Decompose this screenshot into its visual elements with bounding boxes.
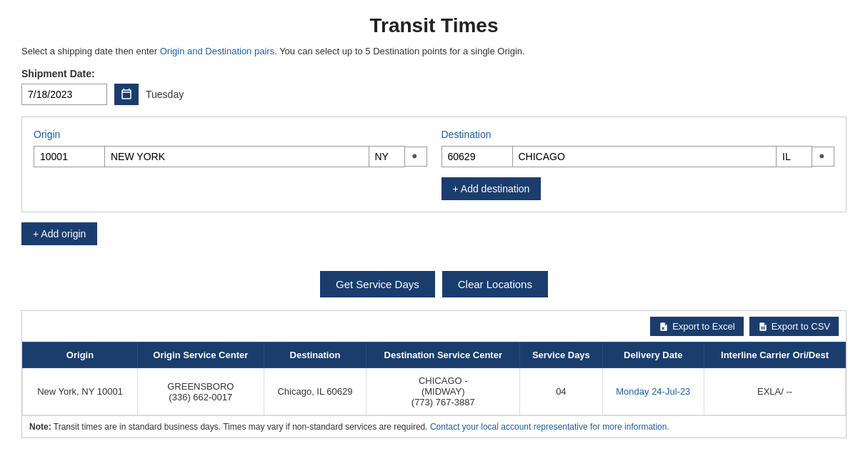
- table-row: New York, NY 10001GREENSBORO(336) 662-00…: [23, 368, 846, 415]
- add-destination-button[interactable]: + Add destination: [442, 177, 542, 200]
- col-interline: Interline Carrier Ori/Dest: [704, 342, 846, 368]
- clear-locations-button[interactable]: Clear Locations: [442, 271, 548, 297]
- calendar-button[interactable]: [114, 84, 139, 105]
- search-icon: [411, 152, 421, 162]
- origin-state-input[interactable]: [369, 146, 405, 167]
- note-link[interactable]: Contact your local account representativ…: [430, 422, 669, 432]
- cell-destination: Chicago, IL 60629: [264, 368, 366, 415]
- origin-city-input[interactable]: [105, 146, 369, 167]
- cell-dest-sc: CHICAGO -(MIDWAY)(773) 767-3887: [366, 368, 520, 415]
- results-table: Origin Origin Service Center Destination…: [22, 342, 846, 415]
- col-delivery-date: Delivery Date: [602, 342, 704, 368]
- origin-section: Origin: [34, 129, 427, 167]
- shipment-date-input[interactable]: [21, 84, 107, 105]
- origin-dest-box: Origin Destination: [21, 117, 847, 212]
- col-origin: Origin: [23, 342, 138, 368]
- note: Note: Transit times are in standard busi…: [22, 415, 846, 438]
- csv-icon: [758, 322, 768, 332]
- col-origin-service-center: Origin Service Center: [138, 342, 264, 368]
- export-excel-button[interactable]: Export to Excel: [650, 317, 743, 336]
- search-icon: [818, 152, 828, 162]
- day-of-week: Tuesday: [146, 89, 184, 100]
- shipment-date-label: Shipment Date:: [21, 68, 847, 79]
- add-origin-button[interactable]: + Add origin: [21, 222, 97, 245]
- excel-icon: [659, 322, 669, 332]
- destination-state-input[interactable]: [777, 146, 812, 167]
- cell-origin-sc: GREENSBORO(336) 662-0017: [138, 368, 264, 415]
- cell-origin: New York, NY 10001: [23, 368, 138, 415]
- cell-interline: EXLA/ --: [704, 368, 846, 415]
- cell-delivery-date: Monday 24-Jul-23: [602, 368, 704, 415]
- results-box: Export to Excel Export to CSV Origin Ori…: [21, 310, 847, 438]
- get-service-days-button[interactable]: Get Service Days: [320, 271, 435, 297]
- origin-search-button[interactable]: [405, 147, 427, 167]
- destination-search-button[interactable]: [812, 147, 834, 167]
- destination-section: Destination + Add destination: [442, 129, 835, 200]
- destination-city-input[interactable]: [513, 146, 777, 167]
- origin-zip-input[interactable]: [34, 146, 105, 167]
- delivery-date-link[interactable]: Monday 24-Jul-23: [616, 386, 690, 397]
- destination-label: Destination: [442, 129, 835, 140]
- calendar-icon: [120, 88, 133, 101]
- col-destination: Destination: [264, 342, 366, 368]
- page-title: Transit Times: [21, 14, 847, 37]
- export-csv-button[interactable]: Export to CSV: [749, 317, 839, 336]
- origin-label: Origin: [34, 129, 427, 140]
- cell-service-days: 04: [520, 368, 602, 415]
- destination-zip-input[interactable]: [442, 146, 513, 167]
- col-dest-service-center: Destination Service Center: [366, 342, 520, 368]
- subtitle: Select a shipping date then enter Origin…: [21, 46, 847, 56]
- col-service-days: Service Days: [520, 342, 602, 368]
